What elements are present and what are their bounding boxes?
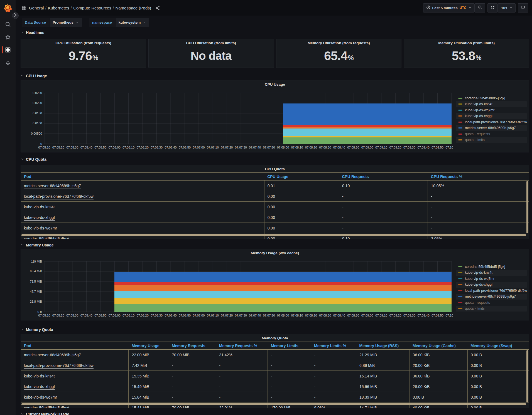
sidebar-item-dashboards[interactable]: [0, 43, 16, 56]
section-header-memory-usage[interactable]: Memory Usage: [21, 241, 529, 249]
column-header[interactable]: Memory Limits %: [311, 342, 356, 350]
pod-cell: kube-vip-ds-xhggl: [21, 381, 129, 392]
column-header[interactable]: Memory Requests: [169, 342, 216, 350]
pod-link[interactable]: kube-vip-ds-xhggl: [24, 384, 55, 390]
pod-link[interactable]: kube-vip-ds-wq7mr: [24, 395, 57, 400]
horizontal-scrollbar[interactable]: [21, 234, 526, 236]
legend-item[interactable]: coredns-59b4f5bbd5-j5gxj: [456, 95, 527, 101]
svg-text:07:05:50: 07:05:50: [94, 314, 106, 317]
time-picker-button[interactable]: Last 5 minutes UTC: [423, 3, 475, 13]
svg-text:07:08:30: 07:08:30: [319, 146, 331, 149]
bell-icon: [5, 60, 11, 66]
horizontal-scrollbar[interactable]: [21, 403, 526, 405]
column-header[interactable]: Memory Usage (Cache): [410, 342, 467, 350]
chevron-down-icon: [76, 21, 79, 24]
sidebar-item-alerting[interactable]: [0, 56, 16, 69]
legend-item[interactable]: metrics-server-68cf49699b-js6g7: [456, 294, 527, 300]
column-header[interactable]: Memory Limits: [268, 342, 311, 350]
section-header-cpu-usage[interactable]: CPU Usage: [21, 72, 529, 80]
column-header[interactable]: Pod: [21, 173, 264, 181]
svg-text:07:07:10: 07:07:10: [207, 314, 219, 317]
pod-cell: kube-vip-ds-xhggl: [21, 212, 264, 223]
svg-text:07:08:50: 07:08:50: [347, 146, 359, 149]
refresh-button[interactable]: [487, 3, 498, 13]
svg-text:71.5 MiB: 71.5 MiB: [30, 280, 42, 283]
column-header[interactable]: Memory Usage (Swap): [467, 342, 529, 350]
vertical-scrollbar[interactable]: [526, 350, 528, 402]
legend-item[interactable]: kube-vip-ds-wq7mr: [456, 276, 527, 282]
section-header-current-network-usage[interactable]: Current Network Usage: [21, 411, 529, 415]
value-cell: 36.00 KiB: [410, 371, 467, 381]
breadcrumb-segment[interactable]: General: [29, 6, 44, 10]
legend-item[interactable]: kube-vip-ds-kns4t: [456, 101, 527, 107]
sidebar-item-starred[interactable]: [0, 31, 16, 43]
pod-link[interactable]: kube-vip-ds-kns4t: [24, 374, 55, 379]
legend-item[interactable]: quota - limits: [456, 306, 527, 312]
legend-item[interactable]: kube-vip-ds-wq7mr: [456, 107, 527, 113]
svg-text:07:09:10: 07:09:10: [375, 314, 387, 317]
legend-item[interactable]: kube-vip-ds-xhggl: [456, 282, 527, 288]
section-header-cpu-quota[interactable]: CPU Quota: [21, 156, 529, 163]
stat-value: 65.4%: [324, 46, 354, 68]
svg-text:47.7 MiB: 47.7 MiB: [30, 290, 42, 293]
column-header[interactable]: Memory Requests %: [216, 342, 268, 350]
legend-swatch: [458, 110, 462, 111]
column-header[interactable]: CPU Usage: [264, 173, 339, 181]
column-header[interactable]: CPU Requests: [339, 173, 428, 181]
chevron-down-icon: [468, 6, 472, 10]
pod-link[interactable]: kube-vip-ds-xhggl: [24, 215, 55, 221]
pod-link[interactable]: metrics-server-68cf49699b-js6g7: [24, 353, 81, 358]
section-header-headlines[interactable]: Headlines: [21, 29, 529, 36]
pod-link[interactable]: metrics-server-68cf49699b-js6g7: [24, 184, 81, 189]
value-cell: 0.00 B: [467, 360, 529, 371]
svg-text:07:07:30: 07:07:30: [235, 146, 247, 149]
svg-text:07:08:10: 07:08:10: [291, 314, 303, 317]
value-cell: 10.05%: [428, 181, 529, 191]
section-header-memory-quota[interactable]: Memory Quota: [21, 326, 529, 333]
zoom-out-button[interactable]: [475, 3, 485, 13]
svg-text:119 MiB: 119 MiB: [31, 260, 42, 263]
legend-item[interactable]: quota - requests: [456, 131, 527, 137]
legend-swatch: [458, 272, 462, 273]
sidebar: [0, 0, 16, 415]
pod-link[interactable]: local-path-provisioner-76d776f6f9-dkf5w: [24, 194, 94, 199]
table-row: kube-vip-ds-wq7mr0.00--: [21, 223, 529, 233]
legend-item[interactable]: quota - requests: [456, 300, 527, 306]
pod-link[interactable]: local-path-provisioner-76d776f6f9-dkf5w: [24, 363, 94, 369]
column-header[interactable]: CPU Requests %: [428, 173, 529, 181]
pod-link[interactable]: kube-vip-ds-wq7mr: [24, 226, 57, 231]
svg-text:07:06:40: 07:06:40: [165, 146, 177, 149]
legend-item[interactable]: local-path-provisioner-76d776f6f9-dkf5w: [456, 119, 527, 125]
svg-text:07:05:50: 07:05:50: [94, 146, 106, 149]
legend-item[interactable]: quota - limits: [456, 137, 527, 143]
pod-link[interactable]: coredns-59b4f5bbd5-j5gxj: [24, 406, 69, 409]
legend-item[interactable]: coredns-59b4f5bbd5-j5gxj: [456, 264, 527, 270]
svg-text:07:05:40: 07:05:40: [80, 314, 92, 317]
grafana-logo[interactable]: [3, 3, 13, 13]
legend-item[interactable]: metrics-server-68cf49699b-js6g7: [456, 125, 527, 131]
stat-value: 53.8%: [452, 46, 481, 68]
refresh-interval-button[interactable]: 10s: [498, 3, 516, 13]
cycle-view-button[interactable]: [518, 3, 528, 13]
pod-link[interactable]: coredns-59b4f5bbd5-j5gxj: [24, 236, 69, 239]
vertical-scrollbar[interactable]: [526, 181, 528, 233]
column-header[interactable]: Pod: [21, 342, 129, 350]
value-cell: -: [169, 371, 216, 381]
legend-item[interactable]: kube-vip-ds-kns4t: [456, 270, 527, 276]
column-header[interactable]: Memory Usage: [129, 342, 169, 350]
variable-value-dropdown[interactable]: kube-system: [116, 18, 149, 27]
column-header[interactable]: Memory Usage (RSS): [356, 342, 410, 350]
chevron-down-icon: [143, 21, 146, 24]
sidebar-item-search[interactable]: [0, 18, 16, 31]
legend-item[interactable]: kube-vip-ds-xhggl: [456, 113, 527, 119]
monitor-icon: [521, 5, 525, 10]
share-icon[interactable]: [155, 6, 160, 10]
legend-item[interactable]: local-path-provisioner-76d776f6f9-dkf5w: [456, 288, 527, 294]
svg-text:07:07:50: 07:07:50: [263, 314, 275, 317]
pod-link[interactable]: kube-vip-ds-kns4t: [24, 205, 55, 210]
legend-swatch: [458, 139, 462, 140]
variable-value-dropdown[interactable]: Prometheus: [50, 18, 82, 27]
legend-label: quota - requests: [465, 132, 490, 136]
table-row: kube-vip-ds-kns4t0.00--: [21, 202, 529, 212]
value-cell: 70.00 MiB: [169, 350, 216, 360]
